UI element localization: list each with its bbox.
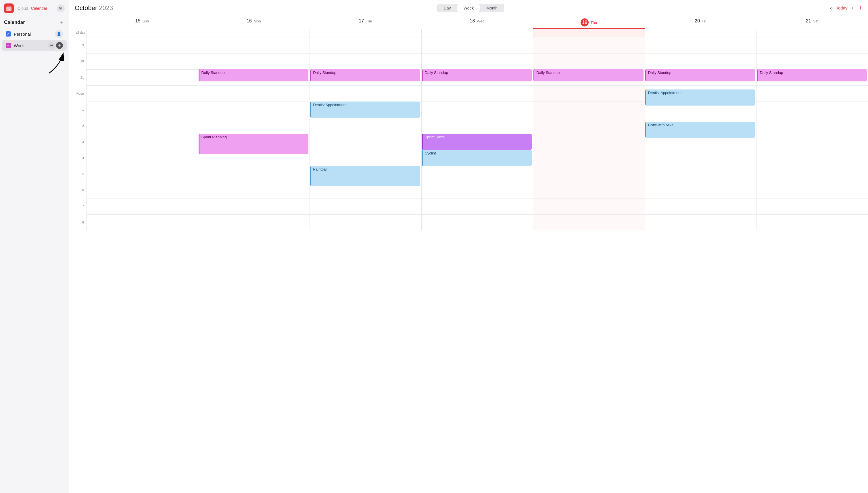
event-standup-sat[interactable]: Daily Standup: [757, 69, 867, 81]
view-month-button[interactable]: Month: [480, 4, 504, 12]
cell-sun-7[interactable]: [86, 198, 198, 214]
cell-sat-10[interactable]: [756, 53, 868, 69]
cell-tue-3[interactable]: [310, 134, 421, 150]
cell-fri-9[interactable]: [645, 37, 756, 53]
cell-thu-7[interactable]: [533, 198, 645, 214]
cell-thu-10[interactable]: [533, 53, 645, 69]
cell-sun-6[interactable]: [86, 182, 198, 198]
calendar-check-work: ✓: [6, 43, 11, 48]
time-1: 1: [69, 102, 86, 117]
cell-sat-3[interactable]: [756, 134, 868, 150]
prev-button[interactable]: ‹: [828, 3, 834, 13]
cell-mon-10[interactable]: [198, 53, 310, 69]
cell-wed-9[interactable]: [421, 37, 533, 53]
cell-sun-noon[interactable]: [86, 85, 198, 102]
cell-thu-8[interactable]: [533, 214, 645, 230]
cell-sun-10[interactable]: [86, 53, 198, 69]
cell-fri-5[interactable]: [645, 166, 756, 182]
cell-wed-10[interactable]: [421, 53, 533, 69]
event-dentist-tue[interactable]: Dentist Appointment: [310, 102, 420, 117]
event-cyclint-wed[interactable]: Cyclint: [422, 150, 532, 166]
message-icon[interactable]: ✉: [56, 4, 65, 13]
cell-fri-8[interactable]: [645, 214, 756, 230]
cell-wed-noon[interactable]: [421, 85, 533, 102]
cell-tue-7[interactable]: [310, 198, 421, 214]
today-button[interactable]: Today: [836, 5, 847, 10]
cell-sat-4[interactable]: [756, 150, 868, 166]
event-sprint-mon[interactable]: Sprint Planning: [199, 134, 309, 154]
cell-wed-5[interactable]: [421, 166, 533, 182]
cell-wed-8[interactable]: [421, 214, 533, 230]
person-icon: 👤: [55, 30, 63, 38]
cell-thu-6[interactable]: [533, 182, 645, 198]
cell-sun-3[interactable]: [86, 134, 198, 150]
cell-wed-1[interactable]: [421, 102, 533, 117]
cell-tue-2[interactable]: [310, 117, 421, 134]
cell-fri-4[interactable]: [645, 150, 756, 166]
cell-mon-6[interactable]: [198, 182, 310, 198]
cell-fri-10[interactable]: [645, 53, 756, 69]
event-coffee-fri[interactable]: Coffe with Mike: [645, 122, 755, 138]
cell-tue-8[interactable]: [310, 214, 421, 230]
cell-sun-9[interactable]: [86, 37, 198, 53]
cell-sat-8[interactable]: [756, 214, 868, 230]
cell-mon-1[interactable]: [198, 102, 310, 117]
work-more-button[interactable]: •••: [48, 42, 55, 49]
event-paintball-tue[interactable]: Paintball: [310, 166, 420, 186]
cell-sun-1[interactable]: [86, 102, 198, 117]
time-8: 8: [69, 214, 86, 230]
cell-thu-4[interactable]: [533, 150, 645, 166]
cell-wed-6[interactable]: [421, 182, 533, 198]
cell-mon-2[interactable]: [198, 117, 310, 134]
cell-sun-5[interactable]: [86, 166, 198, 182]
add-calendar-button[interactable]: +: [58, 19, 65, 26]
year-label: 2023: [99, 4, 113, 12]
cell-sat-6[interactable]: [756, 182, 868, 198]
cell-thu-noon[interactable]: [533, 85, 645, 102]
work-add-button[interactable]: +: [56, 42, 63, 49]
cell-thu-2[interactable]: [533, 117, 645, 134]
next-button[interactable]: ›: [850, 3, 855, 13]
view-day-button[interactable]: Day: [437, 4, 457, 12]
cell-wed-7[interactable]: [421, 198, 533, 214]
cell-thu-9[interactable]: [533, 37, 645, 53]
cell-tue-9[interactable]: [310, 37, 421, 53]
add-event-button[interactable]: +: [859, 4, 862, 12]
cell-fri-7[interactable]: [645, 198, 756, 214]
cell-tue-4[interactable]: [310, 150, 421, 166]
cell-mon-9[interactable]: [198, 37, 310, 53]
view-week-button[interactable]: Week: [457, 4, 480, 12]
event-sprint-retro-wed[interactable]: Sprint Retro: [422, 134, 532, 150]
event-standup-tue[interactable]: Daily Standup: [310, 69, 420, 81]
event-standup-fri[interactable]: Daily Standup: [645, 69, 755, 81]
cell-sun-2[interactable]: [86, 117, 198, 134]
calendar-item-personal[interactable]: ✓ Personal 👤: [2, 28, 67, 40]
cell-mon-8[interactable]: [198, 214, 310, 230]
day-header-sun: 15 Sun: [86, 16, 198, 29]
cell-sat-5[interactable]: [756, 166, 868, 182]
cell-tue-10[interactable]: [310, 53, 421, 69]
event-standup-mon[interactable]: Daily Standup: [199, 69, 309, 81]
event-dentist-fri[interactable]: Dentist Appointment: [645, 89, 755, 106]
cell-mon-noon[interactable]: [198, 85, 310, 102]
cell-sun-11[interactable]: [86, 69, 198, 85]
cell-sun-8[interactable]: [86, 214, 198, 230]
cell-sat-2[interactable]: [756, 117, 868, 134]
cell-fri-6[interactable]: [645, 182, 756, 198]
cell-sat-1[interactable]: [756, 102, 868, 117]
cell-sat-noon[interactable]: [756, 85, 868, 102]
event-standup-wed[interactable]: Daily Standup: [422, 69, 532, 81]
cell-mon-5[interactable]: [198, 166, 310, 182]
cell-sat-9[interactable]: [756, 37, 868, 53]
cell-tue-noon[interactable]: [310, 85, 421, 102]
cell-thu-1[interactable]: [533, 102, 645, 117]
cell-sun-4[interactable]: [86, 150, 198, 166]
cell-thu-3[interactable]: [533, 134, 645, 150]
calendar-name-personal: Personal: [14, 31, 55, 37]
event-standup-thu[interactable]: Daily Standup: [533, 69, 643, 81]
cell-wed-2[interactable]: [421, 117, 533, 134]
cell-sat-7[interactable]: [756, 198, 868, 214]
cell-mon-7[interactable]: [198, 198, 310, 214]
calendar-item-work[interactable]: ✓ Work ••• +: [2, 40, 67, 51]
cell-thu-5[interactable]: [533, 166, 645, 182]
